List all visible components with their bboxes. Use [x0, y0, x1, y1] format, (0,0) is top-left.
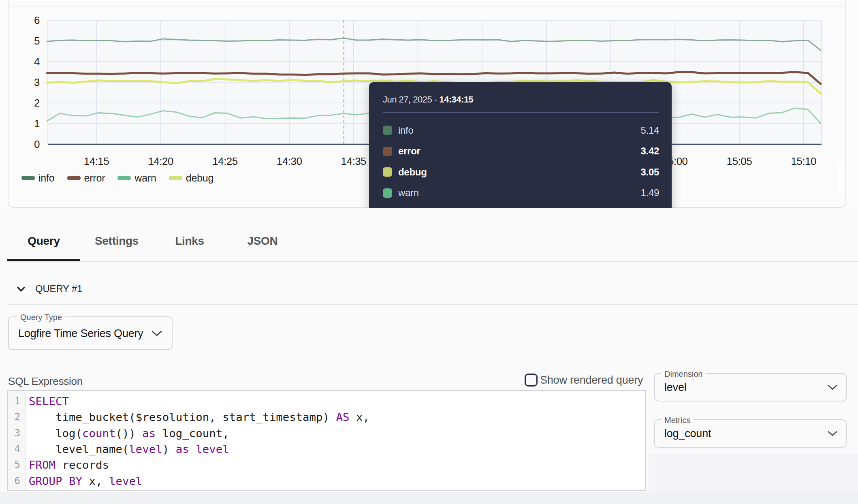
y-tick-label: 5 [34, 35, 40, 47]
legend-swatch-info [21, 176, 35, 180]
x-tick-label: 14:35 [341, 155, 367, 167]
query-type-select[interactable]: Query Type Logfire Time Series Query [8, 316, 173, 350]
y-tick-label: 0 [34, 138, 40, 150]
tooltip-swatch-warn [383, 188, 392, 198]
y-tick-label: 2 [34, 97, 40, 109]
tooltip-series-label: info [398, 125, 414, 136]
query-type-value: Logfire Time Series Query [18, 327, 143, 340]
code-line: log(count()) as log_count, [29, 425, 369, 441]
chart-tooltip: Jun 27, 2025 - 14:34:15 info5.14error3.4… [369, 82, 672, 212]
line-number: 2 [8, 409, 25, 425]
dimension-label: Dimension [661, 369, 706, 379]
legend-item-debug[interactable]: debug [169, 174, 214, 182]
chevron-down-icon [17, 286, 25, 292]
tooltip-timestamp: Jun 27, 2025 - 14:34:15 [383, 94, 659, 105]
query-1-collapse-row[interactable]: QUERY #1 [0, 275, 858, 303]
code-line: FROM records [29, 457, 369, 473]
bottom-strip [0, 492, 858, 504]
scrollbar-thumb[interactable] [837, 162, 845, 194]
tooltip-row-debug: debug3.05 [383, 162, 659, 183]
code-line: GROUP BY x, level [29, 473, 369, 489]
line-number: 5 [8, 457, 25, 473]
tooltip-swatch-error [383, 147, 392, 156]
metrics-label: Metrics [661, 416, 694, 425]
legend-label: warn [134, 174, 156, 182]
tooltip-series-label: error [398, 145, 420, 157]
sql-editor-code[interactable]: SELECT time_bucket($resolution, start_ti… [26, 391, 369, 490]
show-rendered-query-label: Show rendered query [540, 374, 643, 387]
tooltip-swatch-info [383, 126, 392, 135]
y-tick-label: 3 [34, 76, 40, 88]
sql-expression-label: SQL Expression [8, 375, 83, 388]
show-rendered-query-control: Show rendered query [525, 374, 643, 387]
legend-item-error[interactable]: error [67, 174, 105, 182]
tooltip-row-info: info5.14 [383, 120, 659, 141]
dimension-value: level [664, 381, 687, 394]
tooltip-rows: info5.14error3.42debug3.05warn1.49 [383, 120, 659, 203]
chevron-down-icon [828, 385, 837, 390]
legend-label: error [84, 174, 105, 182]
x-tick-label: 15:10 [791, 155, 816, 167]
tab-bar: QuerySettingsLinksJSON [7, 224, 299, 261]
tooltip-series-label: debug [398, 167, 427, 178]
x-tick-label: 14:25 [212, 155, 238, 167]
line-number: 3 [8, 425, 25, 441]
chart-legend: infoerrorwarndebug [21, 174, 213, 182]
x-tick-label: 14:20 [148, 155, 173, 167]
chart-panel-header [9, 0, 845, 6]
metrics-select[interactable]: Metrics log_count [654, 419, 847, 448]
tooltip-series-value: 5.14 [640, 125, 659, 136]
legend-swatch-debug [169, 176, 182, 180]
query-1-label: QUERY #1 [35, 283, 82, 295]
query-1-rule [7, 304, 858, 305]
query-editor-section: QuerySettingsLinksJSON QUERY #1 Query Ty… [0, 208, 858, 492]
tooltip-series-value: 3.05 [640, 167, 659, 178]
line-number: 1 [8, 393, 25, 409]
tooltip-series-value: 1.49 [640, 187, 659, 199]
y-tick-label: 6 [34, 14, 40, 26]
y-tick-label: 4 [34, 56, 40, 68]
legend-swatch-error [67, 176, 81, 180]
tooltip-row-warn: warn1.49 [383, 183, 659, 204]
tooltip-series-value: 3.42 [640, 145, 659, 157]
legend-swatch-warn [117, 176, 131, 180]
dimension-select[interactable]: Dimension level [654, 373, 847, 401]
x-tick-label: 14:30 [277, 155, 302, 167]
code-line: time_bucket($resolution, start_timestamp… [29, 409, 369, 425]
x-tick-label: 15:05 [727, 155, 752, 167]
chevron-down-icon [828, 431, 837, 436]
y-tick-label: 1 [34, 117, 40, 130]
line-number: 6 [8, 473, 25, 489]
legend-label: info [38, 174, 55, 182]
query-type-label: Query Type [17, 313, 65, 322]
tab-links[interactable]: Links [153, 224, 226, 261]
x-tick-label: 14:15 [84, 155, 109, 167]
tooltip-separator [383, 112, 659, 113]
show-rendered-query-checkbox[interactable] [525, 374, 538, 387]
line-number: 4 [8, 441, 25, 457]
code-line: SELECT [29, 393, 369, 409]
tab-bar-rule [7, 261, 858, 262]
tooltip-swatch-debug [383, 167, 392, 177]
legend-item-info[interactable]: info [21, 174, 55, 182]
tab-settings[interactable]: Settings [80, 224, 153, 261]
legend-item-warn[interactable]: warn [117, 174, 156, 182]
tooltip-series-label: warn [398, 187, 419, 199]
page: 012345614:1514:2014:2514:3014:3514:4014:… [0, 0, 858, 504]
tab-json[interactable]: JSON [226, 224, 299, 261]
tab-query[interactable]: Query [7, 224, 80, 261]
right-column-bg [649, 454, 858, 492]
legend-label: debug [186, 174, 214, 182]
code-line: level_name(level) as level [29, 441, 369, 457]
metrics-value: log_count [664, 427, 711, 440]
sql-editor[interactable]: 123456 SELECT time_bucket($resolution, s… [7, 390, 646, 491]
chevron-down-icon [152, 331, 162, 336]
sql-editor-gutter: 123456 [8, 391, 26, 490]
tooltip-row-error: error3.42 [383, 141, 659, 162]
